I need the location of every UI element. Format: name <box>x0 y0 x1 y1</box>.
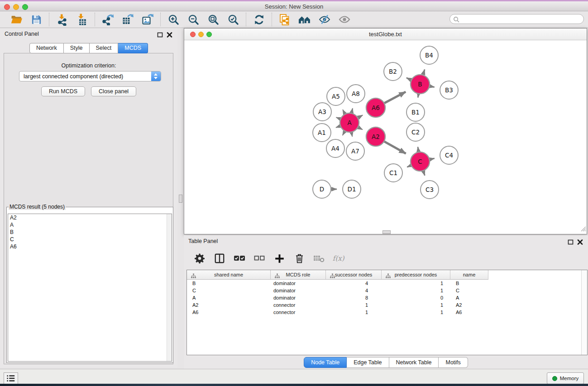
table-cell: connector <box>271 301 326 309</box>
svg-text:A4: A4 <box>331 145 339 152</box>
hide-selected-icon[interactable] <box>316 13 333 26</box>
node-C[interactable]: C <box>411 152 430 171</box>
clear-checks-icon[interactable] <box>253 252 266 265</box>
zoom-fit-icon[interactable] <box>205 13 221 26</box>
split-column-icon[interactable] <box>213 252 226 265</box>
table-row[interactable]: Cdominator41C <box>187 287 587 294</box>
search-box[interactable] <box>449 14 584 24</box>
zoom-selected-icon[interactable] <box>225 13 241 26</box>
zoom-in-icon[interactable] <box>165 13 182 26</box>
vertical-divider-grip[interactable] <box>179 195 182 203</box>
node-D[interactable]: D <box>313 180 331 198</box>
node-B2[interactable]: B2 <box>384 62 402 81</box>
table-cell: B <box>450 280 488 287</box>
node-D1[interactable]: D1 <box>343 180 361 198</box>
control-panel-tabs: NetworkStyleSelectMCDS <box>0 43 177 53</box>
float-panel-icon[interactable] <box>568 238 574 244</box>
mcds-result-list[interactable]: A2ABCA6 <box>8 214 172 362</box>
table-scrollbar[interactable] <box>581 270 587 355</box>
network-from-file-icon[interactable] <box>277 13 293 26</box>
network-window-title: testGlobe.txt <box>184 31 587 38</box>
refresh-icon[interactable] <box>251 13 267 26</box>
mcds-result-item[interactable]: A6 <box>8 243 172 250</box>
table-cell: C <box>450 287 488 294</box>
tab-edge-table[interactable]: Edge Table <box>347 357 389 368</box>
export-image-icon[interactable] <box>139 13 156 26</box>
import-network-icon[interactable] <box>54 13 70 26</box>
node-B1[interactable]: B1 <box>406 103 425 121</box>
criterion-dropdown[interactable]: largest connected component (directed) <box>19 71 161 81</box>
tab-network-table[interactable]: Network Table <box>389 357 439 368</box>
node-A8[interactable]: A8 <box>347 85 365 103</box>
result-list-scrollbar[interactable] <box>167 214 172 361</box>
column-header-successor-nodes[interactable]: successor nodes <box>326 270 382 280</box>
first-neighbors-icon[interactable] <box>296 13 313 26</box>
column-header-predecessor-nodes[interactable]: predecessor nodes <box>382 270 450 280</box>
mcds-result-item[interactable]: A <box>8 221 172 229</box>
table-row[interactable]: Bdominator41B <box>187 280 587 287</box>
svg-text:B3: B3 <box>445 86 453 94</box>
window-resize-grip[interactable] <box>579 224 586 234</box>
tab-motifs[interactable]: Motifs <box>439 357 468 368</box>
svg-text:D: D <box>320 186 324 193</box>
column-header-label: MCDS role <box>271 272 325 277</box>
tab-network[interactable]: Network <box>29 43 64 53</box>
node-B3[interactable]: B3 <box>440 81 458 99</box>
node-C4[interactable]: C4 <box>440 146 458 164</box>
search-input[interactable] <box>461 15 580 24</box>
save-icon[interactable] <box>28 13 44 26</box>
close-panel-icon[interactable] <box>577 238 583 244</box>
node-A3[interactable]: A3 <box>313 103 331 121</box>
node-B4[interactable]: B4 <box>420 46 438 64</box>
node-B[interactable]: B <box>411 75 430 94</box>
close-panel-button[interactable]: Close panel <box>91 86 136 96</box>
memory-button[interactable]: Memory <box>547 372 584 384</box>
node-A[interactable]: A <box>340 113 359 132</box>
table-row[interactable]: A2connector11A2 <box>187 301 587 309</box>
node-A7[interactable]: A7 <box>346 142 364 160</box>
export-network-icon[interactable] <box>100 13 116 26</box>
node-A4[interactable]: A4 <box>326 139 344 157</box>
fx-function-icon[interactable]: f(x) <box>332 252 346 265</box>
node-C2[interactable]: C2 <box>406 123 425 141</box>
show-all-icon[interactable] <box>336 13 353 26</box>
horizontal-divider-grip[interactable] <box>382 230 391 234</box>
column-header-MCDS-role[interactable]: MCDS role <box>271 270 326 280</box>
delete-table-icon[interactable] <box>312 252 326 265</box>
svg-text:A2: A2 <box>372 133 380 140</box>
mcds-result-item[interactable]: C <box>8 236 172 243</box>
edge-A2-C[interactable] <box>382 140 406 153</box>
run-mcds-button[interactable]: Run MCDS <box>41 86 85 96</box>
table-row[interactable]: Adominator80A <box>187 294 587 301</box>
node-A2[interactable]: A2 <box>366 127 385 146</box>
settings-gear-icon[interactable] <box>193 252 206 265</box>
node-C3[interactable]: C3 <box>421 181 439 199</box>
mcds-result-item[interactable]: B <box>8 229 172 236</box>
close-panel-icon[interactable] <box>167 31 172 37</box>
tab-node-table[interactable]: Node Table <box>304 357 347 368</box>
delete-column-icon[interactable] <box>292 252 306 265</box>
add-column-icon[interactable] <box>272 252 286 265</box>
export-table-icon[interactable] <box>120 13 136 26</box>
table-cell: dominator <box>271 294 326 301</box>
mcds-result-item[interactable]: A2 <box>8 214 172 221</box>
task-history-button[interactable] <box>4 372 18 384</box>
open-folder-icon[interactable] <box>8 13 24 26</box>
column-header-shared-name[interactable]: shared name <box>187 270 271 280</box>
memory-status-icon <box>552 376 557 381</box>
tab-mcds[interactable]: MCDS <box>118 43 148 53</box>
zoom-out-icon[interactable] <box>185 13 201 26</box>
node-A1[interactable]: A1 <box>313 124 331 142</box>
table-row[interactable]: A6connector11A6 <box>187 309 587 316</box>
node-C1[interactable]: C1 <box>384 164 402 182</box>
column-header-name[interactable]: name <box>450 270 488 280</box>
node-A6[interactable]: A6 <box>366 98 385 117</box>
tab-select[interactable]: Select <box>90 43 119 53</box>
network-graph-canvas[interactable]: B4B2BB3B1A5A8A6A3AA1A2A4A7C2CC4C1C3DD1 <box>184 40 587 234</box>
import-table-icon[interactable] <box>74 13 90 26</box>
tab-style[interactable]: Style <box>64 43 90 53</box>
edge-A6-B[interactable] <box>382 92 406 104</box>
float-panel-icon[interactable] <box>157 31 163 37</box>
node-A5[interactable]: A5 <box>327 87 345 105</box>
select-all-checks-icon[interactable] <box>233 252 246 265</box>
